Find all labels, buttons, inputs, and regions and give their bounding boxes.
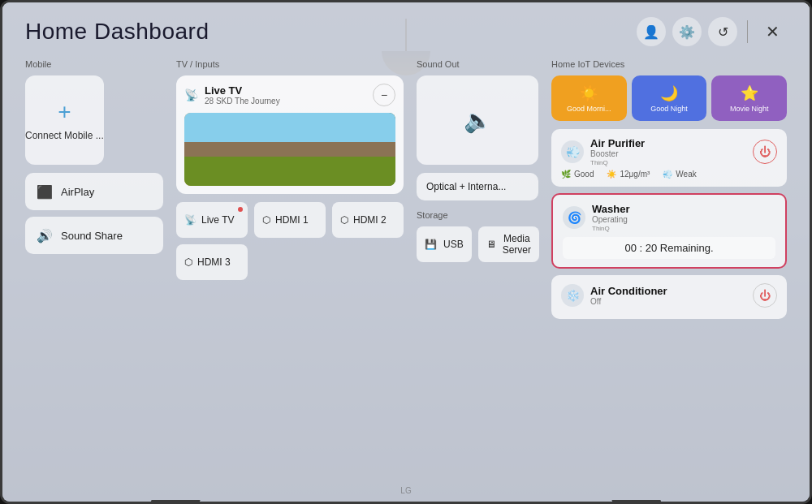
header-divider (747, 20, 748, 43)
washer-thinq: ThinQ (592, 225, 629, 232)
airplay-button[interactable]: ⬛ AirPlay (25, 173, 163, 210)
ac-power-button[interactable]: ⏻ (753, 283, 777, 308)
tv-minus-button[interactable]: − (373, 84, 395, 106)
air-purifier-power-button[interactable]: ⏻ (753, 140, 777, 164)
sound-out-label: Sound Out (417, 59, 538, 69)
hdmi2-label: HDMI 2 (353, 214, 387, 226)
usb-button[interactable]: 💾 USB (417, 226, 472, 262)
night-icon: 🌙 (660, 84, 678, 102)
pm-icon: ☀️ (607, 170, 616, 179)
air-purifier-sub: Booster (590, 149, 645, 158)
sound-share-label: Sound Share (61, 230, 123, 242)
tv-stand-right (611, 500, 666, 504)
night-label: Good Night (650, 105, 688, 113)
content-area: Mobile + Connect Mobile ... ⬛ AirPlay 🔊 … (25, 59, 787, 485)
movie-night-scene-button[interactable]: ⭐ Movie Night (711, 75, 787, 121)
hdmi3-icon: ⬡ (184, 256, 192, 268)
hdmi3-button[interactable]: ⬡ HDMI 3 (176, 244, 248, 280)
close-button[interactable]: ✕ (758, 17, 787, 46)
usb-icon: 💾 (425, 239, 437, 250)
hdmi1-button[interactable]: ⬡ HDMI 1 (254, 202, 326, 238)
washer-card: 🌀 Washer Operating ThinQ 00 : 20 Remaini… (551, 193, 787, 269)
hdmi2-button[interactable]: ⬡ HDMI 2 (332, 202, 404, 238)
airplay-label: AirPlay (61, 186, 94, 198)
tv-frame: Home Dashboard 👤 ⚙️ ↺ ✕ Mobile + Connect… (0, 0, 812, 504)
hdmi3-label: HDMI 3 (197, 256, 231, 268)
live-tv-btn-label: Live TV (201, 214, 234, 226)
live-tv-info: 📡 Live TV 28 SKD The Journey (184, 84, 280, 106)
tv-input-buttons: 📡 Live TV ⬡ HDMI 1 ⬡ HDMI 2 ⬡ HDMI 3 (176, 202, 404, 280)
mobile-label: Mobile (25, 59, 163, 69)
tv-stand-left (145, 500, 200, 504)
pm-label: 12μg/m³ (620, 170, 650, 179)
scene-buttons: ☀️ Good Morni... 🌙 Good Night ⭐ Movie Ni… (551, 75, 787, 121)
air-purifier-icon: 💨 (561, 140, 584, 163)
airplay-icon: ⬛ (37, 184, 53, 200)
wind-icon: 💨 (663, 170, 672, 179)
ac-sub: Off (590, 297, 667, 306)
channel-info: Live TV 28 SKD The Journey (205, 84, 280, 106)
plus-icon: + (58, 99, 71, 125)
settings-icon-button[interactable]: ⚙️ (672, 17, 702, 46)
live-dot (238, 207, 243, 212)
screen: Home Dashboard 👤 ⚙️ ↺ ✕ Mobile + Connect… (2, 2, 810, 502)
movie-label: Movie Night (730, 105, 769, 113)
air-purifier-header: 💨 Air Purifier Booster ThinQ ⏻ (561, 137, 777, 166)
washer-icon: 🌀 (563, 206, 585, 229)
live-tv-icon: 📡 (184, 214, 197, 226)
live-tv-input-button[interactable]: 📡 Live TV (176, 202, 248, 238)
good-night-scene-button[interactable]: 🌙 Good Night (632, 75, 707, 121)
air-quality-icon: 🌿 (561, 170, 571, 179)
hdmi1-label: HDMI 1 (275, 214, 309, 226)
live-tv-header: 📡 Live TV 28 SKD The Journey − (184, 84, 395, 106)
washer-name: Washer (592, 203, 629, 215)
refresh-icon-button[interactable]: ↺ (708, 17, 737, 46)
live-tv-card: 📡 Live TV 28 SKD The Journey − (176, 75, 404, 194)
lg-watermark: LG (400, 486, 411, 495)
air-stats: 🌿 Good ☀️ 12μg/m³ 💨 Weak (561, 170, 777, 179)
person-icon-button[interactable]: 👤 (637, 17, 666, 46)
storage-buttons: 💾 USB 🖥 Media Server (417, 226, 538, 262)
hdmi1-icon: ⬡ (262, 214, 270, 226)
movie-icon: ⭐ (741, 84, 758, 102)
header-icons: 👤 ⚙️ ↺ ✕ (637, 17, 787, 46)
ac-name: Air Conditioner (590, 285, 667, 297)
antenna-icon: 📡 (184, 88, 198, 101)
washer-remaining: 00 : 20 Remaining. (563, 237, 775, 259)
tv-thumbnail (184, 113, 395, 186)
morning-label: Good Morni... (567, 105, 611, 113)
sound-out-card[interactable]: 🔈 (417, 75, 538, 165)
air-stat-good: 🌿 Good (561, 170, 594, 179)
ac-info: ❄️ Air Conditioner Off (561, 284, 667, 307)
media-server-button[interactable]: 🖥 Media Server (478, 226, 539, 262)
connect-mobile-label: Connect Mobile ... (25, 130, 104, 141)
sound-share-icon: 🔊 (37, 228, 53, 243)
air-purifier-info: 💨 Air Purifier Booster ThinQ (561, 137, 645, 166)
sound-share-button[interactable]: 🔊 Sound Share (25, 217, 163, 254)
home-iot-label: Home IoT Devices (551, 59, 787, 69)
speaker-icon: 🔈 (464, 107, 492, 134)
air-conditioner-card: ❄️ Air Conditioner Off ⏻ (551, 275, 787, 319)
air-purifier-card: 💨 Air Purifier Booster ThinQ ⏻ 🌿 (551, 129, 787, 187)
media-server-label: Media Server (503, 233, 531, 256)
connect-mobile-button[interactable]: + Connect Mobile ... (25, 75, 104, 165)
air-stat-pm: ☀️ 12μg/m³ (607, 170, 650, 179)
channel-name: Live TV (205, 84, 280, 97)
air-purifier-text: Air Purifier Booster ThinQ (590, 137, 645, 166)
mobile-column: Mobile + Connect Mobile ... ⬛ AirPlay 🔊 … (25, 59, 163, 485)
tv-scene (184, 113, 395, 186)
washer-info: 🌀 Washer Operating ThinQ (563, 203, 629, 232)
good-morning-scene-button[interactable]: ☀️ Good Morni... (551, 75, 627, 121)
sound-output-label: Optical + Interna... (417, 173, 538, 200)
air-quality-label: Good (574, 170, 594, 179)
ac-header: ❄️ Air Conditioner Off ⏻ (561, 283, 777, 308)
wind-label: Weak (676, 170, 696, 179)
air-purifier-thinq: ThinQ (590, 159, 645, 166)
washer-header: 🌀 Washer Operating ThinQ (563, 203, 775, 232)
header: Home Dashboard 👤 ⚙️ ↺ ✕ (25, 17, 787, 46)
air-stat-wind: 💨 Weak (663, 170, 696, 179)
tv-inputs-label: TV / Inputs (176, 59, 404, 69)
tv-inputs-column: TV / Inputs 📡 Live TV 28 SKD The Journey… (176, 59, 404, 485)
morning-icon: ☀️ (580, 84, 598, 102)
washer-sub: Operating (592, 215, 629, 224)
